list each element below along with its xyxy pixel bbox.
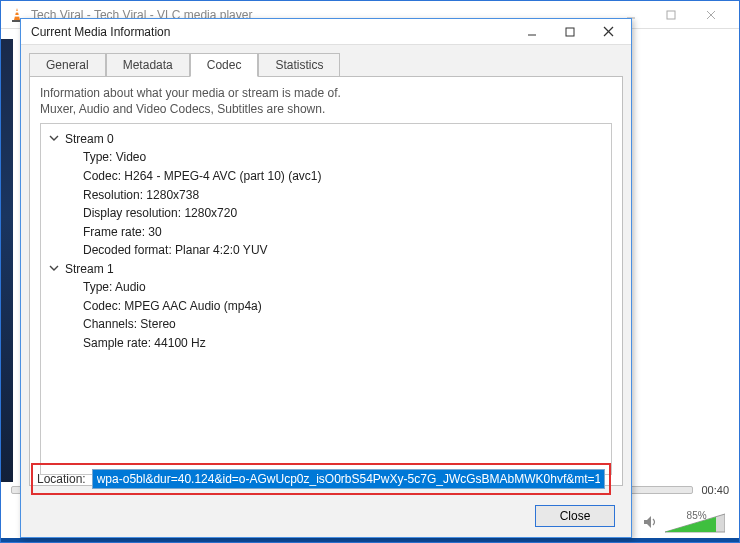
svg-rect-2 — [15, 15, 20, 17]
close-button[interactable]: Close — [535, 505, 615, 527]
dialog-titlebar: Current Media Information — [21, 19, 631, 45]
stream-node[interactable]: Stream 1 — [49, 262, 603, 276]
main-close-button[interactable] — [691, 5, 731, 25]
tab-content: Information about what your media or str… — [29, 76, 623, 486]
dialog-footer: Close — [535, 505, 615, 527]
stream-property: Type: Video — [83, 148, 603, 167]
stream-property: Codec: H264 - MPEG-4 AVC (part 10) (avc1… — [83, 167, 603, 186]
tab-statistics[interactable]: Statistics — [258, 53, 340, 77]
info-line-2: Muxer, Audio and Video Codecs, Subtitles… — [40, 101, 612, 117]
chevron-down-icon[interactable] — [49, 132, 61, 146]
stream-property: Sample rate: 44100 Hz — [83, 334, 603, 353]
tab-codec[interactable]: Codec — [190, 53, 259, 77]
stream-property: Frame rate: 30 — [83, 223, 603, 242]
video-preview-strip — [1, 39, 13, 482]
volume-percent-label: 85% — [687, 510, 707, 521]
location-input[interactable] — [92, 469, 605, 489]
location-row: Location: — [31, 463, 611, 495]
stream-node[interactable]: Stream 0 — [49, 132, 603, 146]
svg-rect-12 — [566, 28, 574, 36]
stream-header: Stream 1 — [65, 262, 114, 276]
chevron-down-icon[interactable] — [49, 262, 61, 276]
tab-general[interactable]: General — [29, 53, 106, 77]
dialog-tabs: General Metadata Codec Statistics — [21, 45, 631, 77]
dialog-minimize-button[interactable] — [513, 21, 551, 43]
info-line-1: Information about what your media or str… — [40, 85, 612, 101]
playback-time: 00:40 — [701, 484, 729, 496]
main-maximize-button[interactable] — [651, 5, 691, 25]
taskbar-hint — [1, 538, 739, 542]
stream-list[interactable]: Stream 0 Type: Video Codec: H264 - MPEG-… — [40, 123, 612, 475]
svg-rect-1 — [15, 11, 19, 13]
dialog-close-button[interactable] — [589, 21, 627, 43]
stream-property: Decoded format: Planar 4:2:0 YUV — [83, 241, 603, 260]
media-info-dialog: Current Media Information General Metada… — [20, 18, 632, 538]
volume-icon[interactable] — [643, 515, 657, 532]
volume-slider[interactable]: 85% — [665, 512, 725, 534]
location-label: Location: — [37, 472, 86, 486]
stream-property: Resolution: 1280x738 — [83, 186, 603, 205]
volume-area: 85% — [643, 512, 725, 534]
stream-header: Stream 0 — [65, 132, 114, 146]
dialog-maximize-button[interactable] — [551, 21, 589, 43]
svg-marker-8 — [644, 516, 651, 528]
tab-metadata[interactable]: Metadata — [106, 53, 190, 77]
stream-property: Type: Audio — [83, 278, 603, 297]
codec-info-text: Information about what your media or str… — [40, 85, 612, 117]
stream-property: Display resolution: 1280x720 — [83, 204, 603, 223]
stream-property: Channels: Stereo — [83, 315, 603, 334]
dialog-title: Current Media Information — [31, 25, 513, 39]
svg-rect-5 — [667, 11, 675, 19]
stream-property: Codec: MPEG AAC Audio (mp4a) — [83, 297, 603, 316]
